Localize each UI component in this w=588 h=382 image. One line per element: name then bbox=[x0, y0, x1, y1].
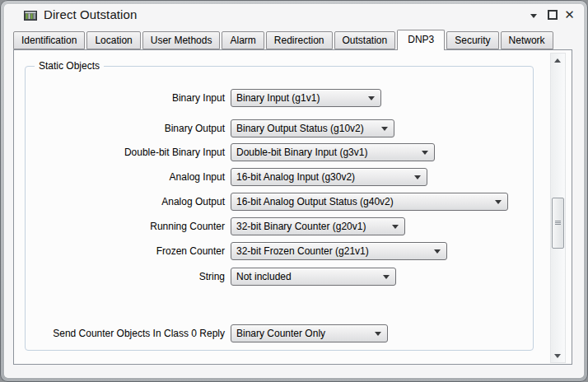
dropdown-value: 16-bit Analog Input (g30v2) bbox=[236, 169, 412, 185]
dropdown-value: Binary Counter Only bbox=[236, 325, 372, 342]
close-button[interactable]: ✕ bbox=[562, 7, 577, 23]
tab-user-methods[interactable]: User Methods bbox=[142, 31, 221, 49]
scrollbar-thumb[interactable] bbox=[552, 198, 564, 249]
binary-output-dropdown[interactable]: Binary Output Status (g10v2) bbox=[231, 119, 394, 137]
label-analog-input: Analog Input bbox=[16, 171, 225, 184]
maximize-button[interactable] bbox=[544, 7, 560, 23]
label-frozen-counter: Frozen Counter bbox=[16, 245, 225, 258]
chevron-down-icon bbox=[422, 151, 428, 155]
tab-identification[interactable]: Identification bbox=[13, 31, 85, 49]
scroll-down-button[interactable] bbox=[551, 348, 565, 362]
dropdown-value: Not included bbox=[236, 268, 380, 285]
label-analog-output: Analog Output bbox=[16, 196, 225, 208]
tab-alarm[interactable]: Alarm bbox=[222, 31, 264, 49]
app-icon bbox=[24, 9, 37, 22]
minimize-button[interactable] bbox=[526, 7, 542, 23]
double-bit-binary-input-dropdown[interactable]: Double-bit Binary Input (g3v1) bbox=[231, 143, 435, 161]
tab-security[interactable]: Security bbox=[446, 31, 498, 49]
label-string: String bbox=[16, 271, 225, 283]
chevron-down-icon bbox=[383, 275, 390, 279]
window-frame: Direct Outstation ✕ Identification Locat… bbox=[0, 0, 588, 382]
scroll-up-button[interactable] bbox=[551, 54, 565, 68]
binary-input-dropdown[interactable]: Binary Input (g1v1) bbox=[231, 89, 381, 107]
chevron-down-icon bbox=[375, 332, 381, 336]
arrow-down-icon bbox=[554, 354, 561, 358]
dropdown-value: Binary Input (g1v1) bbox=[236, 90, 366, 106]
label-running-counter: Running Counter bbox=[16, 221, 225, 233]
send-counter-class0-dropdown[interactable]: Binary Counter Only bbox=[231, 324, 388, 342]
label-send-counter-objects-class0: Send Counter Objects In Class 0 Reply bbox=[16, 328, 225, 340]
chevron-down-icon bbox=[392, 225, 399, 229]
tab-dnp3[interactable]: DNP3 bbox=[397, 30, 445, 50]
running-counter-dropdown[interactable]: 32-bit Binary Counter (g20v1) bbox=[231, 217, 405, 235]
analog-output-dropdown[interactable]: 16-bit Analog Output Status (g40v2) bbox=[231, 193, 508, 211]
tab-redirection[interactable]: Redirection bbox=[266, 31, 333, 49]
dropdown-value: 32-bit Binary Counter (g20v1) bbox=[236, 218, 390, 235]
arrow-up-icon bbox=[554, 58, 561, 63]
analog-input-dropdown[interactable]: 16-bit Analog Input (g30v2) bbox=[231, 168, 427, 186]
tab-network[interactable]: Network bbox=[501, 31, 553, 49]
window-title: Direct Outstation bbox=[44, 7, 137, 21]
label-binary-input: Binary Input bbox=[16, 92, 225, 105]
chevron-down-icon bbox=[414, 175, 421, 179]
chevron-down-icon bbox=[434, 249, 441, 254]
vertical-scrollbar[interactable] bbox=[550, 53, 566, 363]
scrollbar-grip-icon bbox=[555, 221, 561, 221]
label-binary-output: Binary Output bbox=[16, 123, 225, 135]
dropdown-value: 32-bit Frozen Counter (g21v1) bbox=[236, 243, 432, 259]
frozen-counter-dropdown[interactable]: 32-bit Frozen Counter (g21v1) bbox=[231, 242, 447, 260]
caret-down-icon bbox=[530, 14, 537, 18]
chevron-down-icon bbox=[368, 96, 375, 100]
chevron-down-icon bbox=[381, 127, 388, 131]
close-icon: ✕ bbox=[564, 7, 575, 21]
string-dropdown[interactable]: Not included bbox=[231, 268, 396, 286]
label-double-bit-binary-input: Double-bit Binary Input bbox=[16, 147, 225, 159]
tab-strip: Identification Location User Methods Ala… bbox=[13, 31, 555, 50]
dropdown-value: 16-bit Analog Output Status (g40v2) bbox=[236, 193, 492, 210]
maximize-icon bbox=[548, 10, 558, 20]
dropdown-value: Double-bit Binary Input (g3v1) bbox=[236, 144, 419, 161]
dropdown-value: Binary Output Status (g10v2) bbox=[236, 120, 379, 137]
tab-outstation[interactable]: Outstation bbox=[334, 31, 396, 49]
chevron-down-icon bbox=[495, 200, 502, 204]
tab-location[interactable]: Location bbox=[86, 31, 140, 49]
groupbox-title: Static Objects bbox=[35, 60, 104, 72]
